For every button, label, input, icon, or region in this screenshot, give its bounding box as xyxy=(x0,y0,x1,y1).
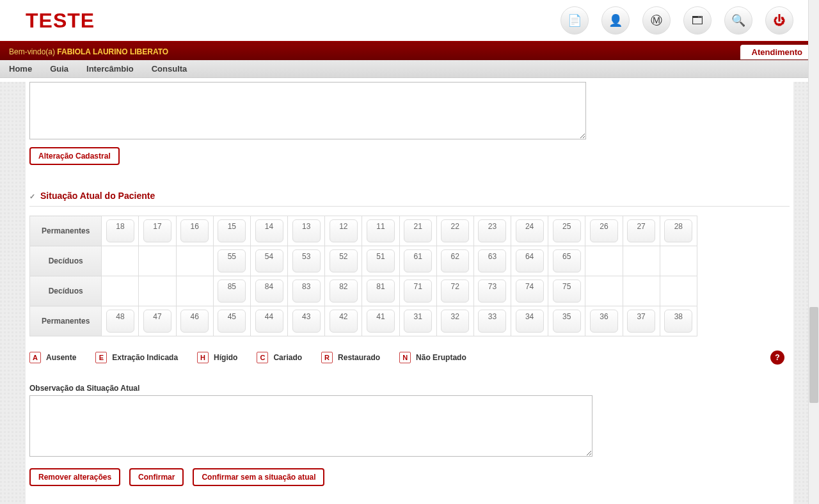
tooth-21[interactable]: 21 xyxy=(404,219,432,242)
tooth-number: 53 xyxy=(302,252,310,261)
tooth-75[interactable]: 75 xyxy=(553,280,581,303)
tooth-27[interactable]: 27 xyxy=(627,219,655,242)
tooth-31[interactable]: 31 xyxy=(404,310,432,333)
tooth-number: 82 xyxy=(339,282,347,291)
tooth-25[interactable]: 25 xyxy=(553,219,581,242)
menu-consulta[interactable]: Consulta xyxy=(152,64,187,74)
tooth-82[interactable]: 82 xyxy=(330,280,358,303)
active-tab-label[interactable]: Atendimento xyxy=(740,45,814,59)
tooth-23[interactable]: 23 xyxy=(478,219,506,242)
scrollbar[interactable] xyxy=(808,0,819,504)
legend-label: Hígido xyxy=(214,353,237,362)
top-header: TESTE 📄 👤 Ⓜ 🗔 🔍 ⏻ xyxy=(0,0,819,41)
tooth-62[interactable]: 62 xyxy=(441,249,469,272)
search-icon[interactable]: 🔍 xyxy=(724,6,752,35)
tooth-number: 38 xyxy=(674,312,683,321)
legend-item-r: RRestaurado xyxy=(321,352,380,363)
tooth-63[interactable]: 63 xyxy=(478,249,506,272)
app-icon[interactable]: Ⓜ xyxy=(642,6,671,35)
tooth-number: 15 xyxy=(228,222,236,231)
tooth-number: 46 xyxy=(191,312,199,321)
remover-alteracoes-button[interactable]: Remover alterações xyxy=(29,468,120,486)
tooth-45[interactable]: 45 xyxy=(218,310,246,333)
tooth-number: 83 xyxy=(302,282,310,291)
user-icon[interactable]: 👤 xyxy=(601,6,630,35)
tooth-72[interactable]: 72 xyxy=(441,280,469,303)
legend-label: Restaurado xyxy=(338,353,380,362)
tooth-14[interactable]: 14 xyxy=(255,219,283,242)
tooth-51[interactable]: 51 xyxy=(367,249,395,272)
tooth-85[interactable]: 85 xyxy=(218,280,246,303)
tooth-74[interactable]: 74 xyxy=(516,280,544,303)
tooth-row-label: Permanentes xyxy=(30,216,102,246)
tooth-64[interactable]: 64 xyxy=(516,249,544,272)
tooth-22[interactable]: 22 xyxy=(441,219,469,242)
tooth-73[interactable]: 73 xyxy=(478,280,506,303)
legend-item-e: EExtração Indicada xyxy=(95,352,178,363)
tooth-54[interactable]: 54 xyxy=(255,249,283,272)
tooth-number: 75 xyxy=(562,282,571,291)
welcome-user: FABIOLA LAURINO LIBERATO xyxy=(57,47,168,56)
tooth-number: 17 xyxy=(153,222,161,231)
tooth-46[interactable]: 46 xyxy=(180,310,209,333)
tooth-17[interactable]: 17 xyxy=(143,219,171,242)
tooth-number: 52 xyxy=(339,252,347,261)
tooth-42[interactable]: 42 xyxy=(330,310,358,333)
top-textarea[interactable] xyxy=(29,82,586,139)
tooth-13[interactable]: 13 xyxy=(292,219,321,242)
tooth-84[interactable]: 84 xyxy=(255,280,283,303)
confirmar-button[interactable]: Confirmar xyxy=(129,468,184,486)
menu-intercambio[interactable]: Intercâmbio xyxy=(86,64,134,74)
tooth-43[interactable]: 43 xyxy=(292,310,321,333)
obs-textarea[interactable] xyxy=(29,395,592,457)
tooth-number: 71 xyxy=(413,282,422,291)
doc-icon[interactable]: 📄 xyxy=(561,6,589,35)
tooth-34[interactable]: 34 xyxy=(516,310,544,333)
welcome-prefix: Bem-vindo(a) xyxy=(9,47,57,56)
menu-guia[interactable]: Guia xyxy=(50,64,68,74)
scroll-thumb[interactable] xyxy=(809,307,818,403)
tooth-37[interactable]: 37 xyxy=(627,310,655,333)
tooth-24[interactable]: 24 xyxy=(516,219,544,242)
tooth-26[interactable]: 26 xyxy=(590,219,618,242)
legend-label: Não Eruptado xyxy=(416,353,466,362)
tooth-52[interactable]: 52 xyxy=(330,249,358,272)
confirmar-sem-situacao-button[interactable]: Confirmar sem a situação atual xyxy=(193,468,324,486)
tooth-28[interactable]: 28 xyxy=(664,219,692,242)
tooth-number: 25 xyxy=(562,222,571,231)
tooth-18[interactable]: 18 xyxy=(106,219,134,242)
menu-home[interactable]: Home xyxy=(9,64,32,74)
tooth-48[interactable]: 48 xyxy=(106,310,134,333)
tooth-row-label: Decíduos xyxy=(30,246,102,276)
tooth-35[interactable]: 35 xyxy=(553,310,581,333)
tooth-61[interactable]: 61 xyxy=(404,249,432,272)
tooth-55[interactable]: 55 xyxy=(218,249,246,272)
tooth-33[interactable]: 33 xyxy=(478,310,506,333)
obs-label: Observação da Situação Atual xyxy=(29,384,790,393)
tooth-11[interactable]: 11 xyxy=(367,219,395,242)
action-row: Remover alterações Confirmar Confirmar s… xyxy=(29,468,790,486)
tooth-16[interactable]: 16 xyxy=(180,219,209,242)
tooth-81[interactable]: 81 xyxy=(367,280,395,303)
legend-badge: E xyxy=(95,352,107,363)
alteracao-cadastral-button[interactable]: Alteração Cadastral xyxy=(29,147,120,165)
legend-badge: H xyxy=(197,352,209,363)
tooth-number: 63 xyxy=(488,252,497,261)
tooth-83[interactable]: 83 xyxy=(292,280,321,303)
tooth-41[interactable]: 41 xyxy=(367,310,395,333)
legend-badge: A xyxy=(29,352,41,363)
tooth-65[interactable]: 65 xyxy=(553,249,581,272)
power-icon[interactable]: ⏻ xyxy=(765,6,793,35)
tooth-71[interactable]: 71 xyxy=(404,280,432,303)
tooth-53[interactable]: 53 xyxy=(292,249,321,272)
tooth-47[interactable]: 47 xyxy=(143,310,171,333)
tooth-36[interactable]: 36 xyxy=(590,310,618,333)
tooth-44[interactable]: 44 xyxy=(255,310,283,333)
help-icon[interactable]: ? xyxy=(770,350,784,365)
windows-icon[interactable]: 🗔 xyxy=(683,6,712,35)
tooth-32[interactable]: 32 xyxy=(441,310,469,333)
tooth-12[interactable]: 12 xyxy=(330,219,358,242)
menu-bar: Home Guia Intercâmbio Consulta xyxy=(0,60,819,78)
tooth-15[interactable]: 15 xyxy=(218,219,246,242)
tooth-38[interactable]: 38 xyxy=(664,310,692,333)
